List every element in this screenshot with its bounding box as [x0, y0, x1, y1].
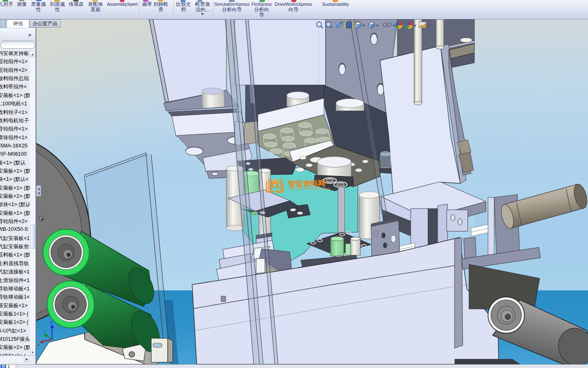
- svg-text:X: X: [37, 343, 40, 347]
- svg-text:Z: Z: [50, 320, 53, 324]
- svg-text:智造资料网: 智造资料网: [288, 179, 325, 188]
- svg-text:INTELLIGENT MANUFACTURING DATA: INTELLIGENT MANUFACTURING DATA: [288, 188, 331, 190]
- svg-text:Y: Y: [44, 330, 46, 334]
